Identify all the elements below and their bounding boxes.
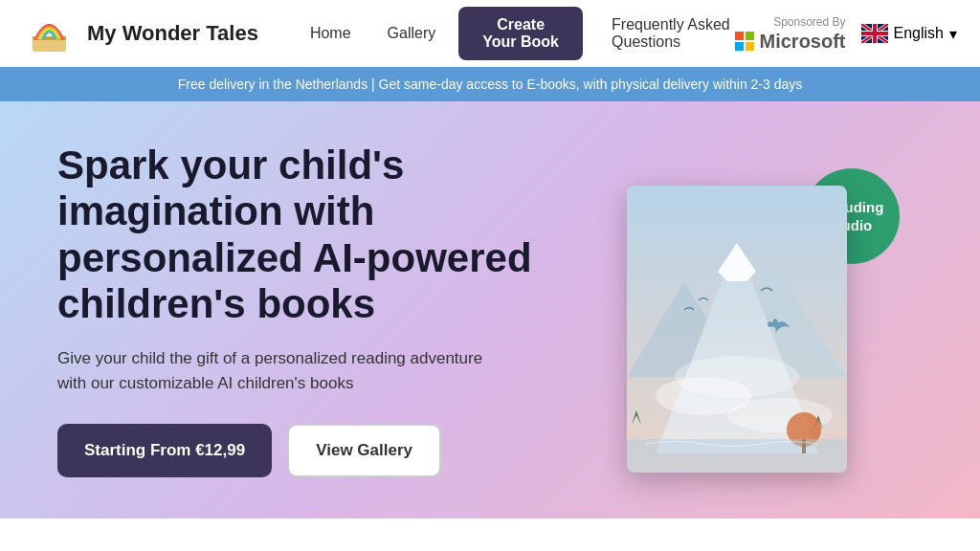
microsoft-name: Microsoft (760, 31, 846, 53)
brand-name: My Wonder Tales (87, 21, 258, 46)
create-book-button[interactable]: Create Your Book (458, 7, 583, 60)
svg-point-0 (23, 8, 76, 60)
svg-rect-14 (627, 439, 847, 473)
book-illustration (627, 186, 847, 473)
language-selector[interactable]: English ▾ (861, 24, 957, 43)
nav-gallery[interactable]: Gallery (374, 17, 450, 50)
starting-from-button[interactable]: Starting From €12,99 (57, 424, 272, 477)
hero-buttons: Starting From €12,99 View Gallery (57, 424, 555, 477)
nav-faq[interactable]: Frequently Asked Questions (612, 16, 734, 51)
ms-grid-icon (735, 32, 754, 51)
svg-point-11 (675, 356, 799, 398)
nav-right: Sponsored By Microsoft English (735, 15, 957, 53)
sponsored-area: Sponsored By Microsoft (735, 15, 846, 53)
hero-subtitle: Give your child the gift of a personaliz… (57, 346, 498, 395)
nav-home[interactable]: Home (297, 17, 365, 50)
logo-icon (23, 8, 76, 60)
view-gallery-button[interactable]: View Gallery (287, 424, 441, 477)
ms-square-green (746, 32, 754, 40)
ms-square-red (735, 32, 744, 40)
hero-left: Spark your child's imagination with pers… (57, 140, 555, 480)
ms-square-blue (735, 42, 744, 51)
navbar: My Wonder Tales Home Gallery Create Your… (0, 0, 980, 67)
sponsored-label: Sponsored By (773, 15, 845, 29)
language-label: English (894, 25, 944, 42)
chevron-down-icon: ▾ (949, 25, 957, 43)
hero-title: Spark your child's imagination with pers… (57, 143, 555, 327)
nav-links: Home Gallery Create Your Book Frequently… (297, 7, 735, 60)
hero-section: Spark your child's imagination with pers… (0, 101, 980, 518)
banner-text: Free delivery in the Netherlands | Get s… (178, 77, 803, 92)
book-cover (627, 186, 847, 473)
hero-right: Including Audio (555, 140, 919, 480)
microsoft-logo: Microsoft (735, 31, 846, 53)
ms-square-yellow (746, 42, 754, 51)
promo-banner: Free delivery in the Netherlands | Get s… (0, 67, 980, 101)
flag-uk-icon (861, 24, 888, 43)
logo-area: My Wonder Tales (23, 8, 258, 60)
